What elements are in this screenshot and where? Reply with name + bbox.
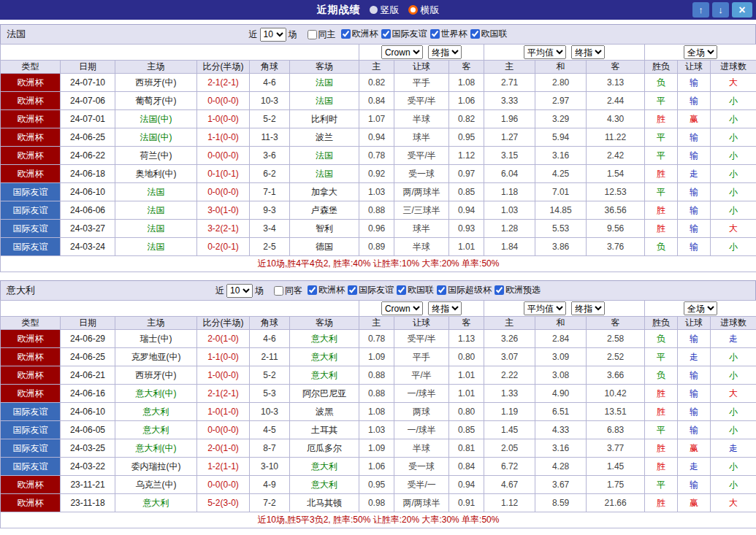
close-button[interactable]: × [732, 2, 752, 18]
table-row: 欧洲杯 24-07-06 葡萄牙(中) 0-0(0-0) 10-3 法国 0.8… [1, 92, 756, 110]
final-odds-select[interactable]: 终指 [428, 301, 462, 315]
move-up-button[interactable]: ↑ [692, 2, 709, 18]
competition-filter[interactable]: 欧国联 [467, 28, 508, 40]
same-venue-filter[interactable]: 同客 [271, 285, 302, 297]
competition-checkbox[interactable] [341, 29, 351, 39]
same-venue-checkbox[interactable] [274, 286, 283, 296]
match-date: 24-07-10 [61, 74, 115, 92]
handicap-line: 受平/半 [394, 147, 449, 165]
score-halftime: 0-0(0-0) [197, 476, 250, 494]
same-venue-checkbox[interactable] [308, 30, 317, 39]
competition-checkbox[interactable] [308, 285, 317, 295]
same-venue-filter[interactable]: 同主 [305, 28, 336, 41]
scope-select[interactable]: 全场 [684, 301, 717, 315]
title-bar: 近期战绩 竖版 横版 ↑ ↓ × [0, 0, 756, 20]
radio-label: 横版 [421, 4, 440, 17]
handicap-outcome: 输 [678, 74, 711, 92]
layout-radio-horizontal[interactable]: 横版 [408, 4, 440, 17]
games-label: 场 [255, 285, 264, 297]
average-select[interactable]: 平均值 [524, 45, 566, 59]
competition-type: 国际友谊 [1, 183, 61, 201]
corners: 4-6 [250, 330, 290, 348]
score-halftime: 0-0(0-0) [197, 421, 250, 439]
competition-filter[interactable]: 欧国联 [394, 284, 434, 296]
competition-filter[interactable]: 欧洲杯 [338, 28, 378, 40]
avg-away-odds: 3.77 [587, 439, 645, 458]
match-date: 24-06-10 [61, 183, 115, 201]
competition-checkbox[interactable] [381, 29, 391, 39]
competition-checkbox[interactable] [437, 285, 446, 295]
final-odds-select-2[interactable]: 终指 [571, 45, 605, 59]
column-header: 客场 [290, 61, 359, 74]
handicap-line: 平手 [394, 74, 449, 92]
recent-count-select[interactable]: 10 [226, 284, 253, 298]
column-header: 类型 [1, 61, 61, 74]
competition-filter[interactable]: 国际超级杯 [434, 284, 492, 296]
bookmaker-select[interactable]: Crown [381, 45, 423, 59]
column-header: 类型 [1, 317, 61, 330]
handicap-line: 两/两球半 [394, 494, 449, 512]
away-team: 波兰 [290, 128, 359, 147]
near-label: 近 [215, 285, 224, 297]
competition-checkbox[interactable] [430, 29, 440, 39]
avg-home-odds: 1.45 [484, 421, 535, 439]
competition-filter[interactable]: 欧洲预选 [492, 284, 541, 296]
competition-checkbox[interactable] [470, 29, 480, 39]
handicap-away-odds: 1.01 [449, 238, 484, 256]
score-halftime: 3-0(1-0) [197, 201, 250, 220]
home-team: 荷兰(中) [115, 147, 197, 165]
corners: 4-9 [250, 476, 290, 494]
competition-checkbox[interactable] [397, 285, 406, 295]
recent-count-select[interactable]: 10 [260, 28, 286, 42]
competition-checkbox[interactable] [348, 285, 357, 295]
handicap-home-odds: 0.88 [359, 201, 394, 220]
handicap-away-odds: 0.85 [449, 183, 484, 201]
score-halftime: 1-0(0-0) [197, 110, 250, 128]
competition-type: 欧洲杯 [1, 165, 61, 183]
column-header: 客 [587, 317, 645, 330]
handicap-away-odds: 1.08 [449, 74, 484, 92]
column-header: 主 [359, 317, 394, 330]
competition-filter[interactable]: 国际友谊 [378, 28, 427, 40]
away-team: 阿尔巴尼亚 [290, 385, 359, 403]
competition-filter[interactable]: 欧洲杯 [305, 284, 345, 296]
avg-away-odds: 3.76 [587, 238, 645, 256]
corners: 9-3 [250, 201, 290, 220]
goals-outcome: 小 [711, 458, 756, 476]
result-outcome: 胜 [645, 220, 678, 238]
competition-type: 国际友谊 [1, 421, 61, 439]
result-outcome: 平 [645, 476, 678, 494]
handicap-line: 半球 [394, 238, 449, 256]
final-odds-select[interactable]: 终指 [428, 45, 462, 59]
empty-cell [1, 301, 359, 317]
score-halftime: 2-0(1-0) [197, 439, 250, 458]
competition-checkbox[interactable] [495, 285, 504, 295]
corners: 8-7 [250, 439, 290, 458]
competition-type: 国际友谊 [1, 403, 61, 421]
competition-filter[interactable]: 国际友谊 [345, 284, 394, 296]
column-header: 进球数 [711, 61, 756, 74]
avg-away-odds: 13.51 [587, 403, 645, 421]
handicap-line: 受一球 [394, 165, 449, 183]
layout-radio-vertical[interactable]: 竖版 [370, 4, 400, 17]
same-venue-label: 同客 [285, 285, 302, 297]
bookmaker-select[interactable]: Crown [381, 301, 423, 315]
home-team: 西班牙(中) [115, 366, 197, 385]
home-team: 法国 [115, 238, 197, 256]
match-date: 24-06-16 [61, 385, 115, 403]
scope-select[interactable]: 全场 [684, 45, 717, 59]
away-team: 法国 [290, 92, 359, 110]
avg-home-odds: 1.12 [484, 494, 535, 512]
home-team: 法国(中) [115, 128, 197, 147]
final-odds-select-2[interactable]: 终指 [571, 301, 605, 315]
handicap-outcome: 输 [678, 201, 711, 220]
handicap-outcome: 走 [678, 348, 711, 366]
same-venue-label: 同主 [318, 28, 336, 41]
average-select[interactable]: 平均值 [524, 301, 566, 315]
column-header: 让球 [678, 61, 711, 74]
down-arrow-icon: ↓ [718, 4, 723, 15]
up-arrow-icon: ↑ [698, 4, 703, 15]
table-row: 国际友谊 24-06-10 意大利 1-0(1-0) 10-3 波黑 1.08 … [1, 403, 756, 421]
move-down-button[interactable]: ↓ [712, 2, 729, 18]
competition-filter[interactable]: 世界杯 [427, 28, 467, 40]
